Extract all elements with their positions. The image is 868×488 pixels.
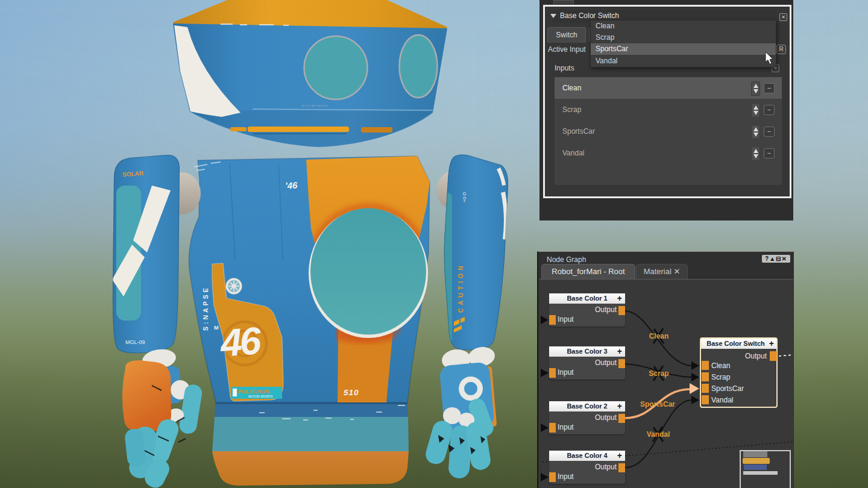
svg-text:510: 510 bbox=[344, 388, 359, 397]
svg-text:Vandal: Vandal bbox=[647, 430, 670, 439]
svg-text:S:NAPSE: S:NAPSE bbox=[202, 286, 209, 331]
svg-text:Clean: Clean bbox=[649, 332, 669, 340]
svg-text:SportsCar: SportsCar bbox=[640, 400, 675, 408]
svg-text:CAUTION: CAUTION bbox=[457, 263, 464, 313]
svg-text:AA2: AA2 bbox=[379, 338, 386, 342]
svg-text:MOTOR SPORTS: MOTOR SPORTS bbox=[248, 395, 273, 398]
svg-text:+0·D: +0·D bbox=[462, 192, 467, 202]
svg-text:M: M bbox=[214, 325, 219, 331]
svg-text:MGL-09: MGL-09 bbox=[125, 339, 145, 345]
svg-text:'46: '46 bbox=[285, 180, 298, 191]
svg-text:Scrap: Scrap bbox=[649, 369, 668, 378]
svg-text:46: 46 bbox=[218, 319, 262, 365]
svg-text:POLYGNON: POLYGNON bbox=[238, 389, 269, 395]
svg-text:MODULAR DANCER: MODULAR DANCER bbox=[302, 104, 329, 107]
